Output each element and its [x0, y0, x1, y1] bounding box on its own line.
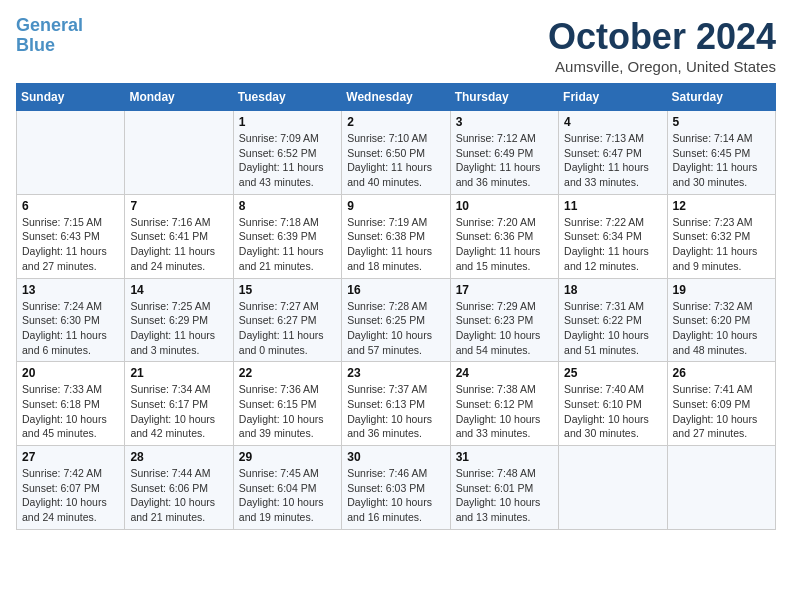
- day-info: Sunrise: 7:44 AMSunset: 6:06 PMDaylight:…: [130, 466, 227, 525]
- day-info: Sunrise: 7:48 AMSunset: 6:01 PMDaylight:…: [456, 466, 553, 525]
- calendar-week-1: 1Sunrise: 7:09 AMSunset: 6:52 PMDaylight…: [17, 111, 776, 195]
- calendar-cell: 23Sunrise: 7:37 AMSunset: 6:13 PMDayligh…: [342, 362, 450, 446]
- day-number: 8: [239, 199, 336, 213]
- page-header: General Blue October 2024 Aumsville, Ore…: [16, 16, 776, 75]
- subtitle: Aumsville, Oregon, United States: [548, 58, 776, 75]
- calendar-header: SundayMondayTuesdayWednesdayThursdayFrid…: [17, 84, 776, 111]
- day-info: Sunrise: 7:18 AMSunset: 6:39 PMDaylight:…: [239, 215, 336, 274]
- calendar-cell: 11Sunrise: 7:22 AMSunset: 6:34 PMDayligh…: [559, 194, 667, 278]
- calendar-table: SundayMondayTuesdayWednesdayThursdayFrid…: [16, 83, 776, 530]
- day-info: Sunrise: 7:45 AMSunset: 6:04 PMDaylight:…: [239, 466, 336, 525]
- calendar-cell: 20Sunrise: 7:33 AMSunset: 6:18 PMDayligh…: [17, 362, 125, 446]
- logo-text: General Blue: [16, 16, 83, 56]
- calendar-cell: 24Sunrise: 7:38 AMSunset: 6:12 PMDayligh…: [450, 362, 558, 446]
- day-number: 21: [130, 366, 227, 380]
- calendar-cell: 26Sunrise: 7:41 AMSunset: 6:09 PMDayligh…: [667, 362, 775, 446]
- calendar-cell: 31Sunrise: 7:48 AMSunset: 6:01 PMDayligh…: [450, 446, 558, 530]
- day-number: 29: [239, 450, 336, 464]
- day-number: 18: [564, 283, 661, 297]
- logo-blue: Blue: [16, 35, 55, 55]
- calendar-cell: 13Sunrise: 7:24 AMSunset: 6:30 PMDayligh…: [17, 278, 125, 362]
- day-info: Sunrise: 7:23 AMSunset: 6:32 PMDaylight:…: [673, 215, 770, 274]
- weekday-header-tuesday: Tuesday: [233, 84, 341, 111]
- day-number: 30: [347, 450, 444, 464]
- weekday-row: SundayMondayTuesdayWednesdayThursdayFrid…: [17, 84, 776, 111]
- day-number: 23: [347, 366, 444, 380]
- main-title: October 2024: [548, 16, 776, 58]
- calendar-cell: 1Sunrise: 7:09 AMSunset: 6:52 PMDaylight…: [233, 111, 341, 195]
- day-number: 13: [22, 283, 119, 297]
- day-number: 3: [456, 115, 553, 129]
- day-number: 7: [130, 199, 227, 213]
- calendar-cell: 18Sunrise: 7:31 AMSunset: 6:22 PMDayligh…: [559, 278, 667, 362]
- day-info: Sunrise: 7:15 AMSunset: 6:43 PMDaylight:…: [22, 215, 119, 274]
- weekday-header-wednesday: Wednesday: [342, 84, 450, 111]
- day-number: 22: [239, 366, 336, 380]
- day-info: Sunrise: 7:13 AMSunset: 6:47 PMDaylight:…: [564, 131, 661, 190]
- weekday-header-friday: Friday: [559, 84, 667, 111]
- day-info: Sunrise: 7:40 AMSunset: 6:10 PMDaylight:…: [564, 382, 661, 441]
- calendar-cell: 21Sunrise: 7:34 AMSunset: 6:17 PMDayligh…: [125, 362, 233, 446]
- day-info: Sunrise: 7:31 AMSunset: 6:22 PMDaylight:…: [564, 299, 661, 358]
- day-number: 16: [347, 283, 444, 297]
- day-number: 17: [456, 283, 553, 297]
- day-number: 19: [673, 283, 770, 297]
- title-block: October 2024 Aumsville, Oregon, United S…: [548, 16, 776, 75]
- day-number: 1: [239, 115, 336, 129]
- calendar-cell: 5Sunrise: 7:14 AMSunset: 6:45 PMDaylight…: [667, 111, 775, 195]
- day-info: Sunrise: 7:41 AMSunset: 6:09 PMDaylight:…: [673, 382, 770, 441]
- calendar-cell: 8Sunrise: 7:18 AMSunset: 6:39 PMDaylight…: [233, 194, 341, 278]
- calendar-cell: 12Sunrise: 7:23 AMSunset: 6:32 PMDayligh…: [667, 194, 775, 278]
- calendar-cell: [125, 111, 233, 195]
- day-info: Sunrise: 7:36 AMSunset: 6:15 PMDaylight:…: [239, 382, 336, 441]
- day-info: Sunrise: 7:22 AMSunset: 6:34 PMDaylight:…: [564, 215, 661, 274]
- day-info: Sunrise: 7:28 AMSunset: 6:25 PMDaylight:…: [347, 299, 444, 358]
- day-number: 4: [564, 115, 661, 129]
- day-number: 10: [456, 199, 553, 213]
- calendar-cell: 14Sunrise: 7:25 AMSunset: 6:29 PMDayligh…: [125, 278, 233, 362]
- calendar-cell: 28Sunrise: 7:44 AMSunset: 6:06 PMDayligh…: [125, 446, 233, 530]
- calendar-cell: 29Sunrise: 7:45 AMSunset: 6:04 PMDayligh…: [233, 446, 341, 530]
- day-info: Sunrise: 7:46 AMSunset: 6:03 PMDaylight:…: [347, 466, 444, 525]
- day-info: Sunrise: 7:37 AMSunset: 6:13 PMDaylight:…: [347, 382, 444, 441]
- calendar-week-2: 6Sunrise: 7:15 AMSunset: 6:43 PMDaylight…: [17, 194, 776, 278]
- day-number: 27: [22, 450, 119, 464]
- day-info: Sunrise: 7:24 AMSunset: 6:30 PMDaylight:…: [22, 299, 119, 358]
- day-info: Sunrise: 7:12 AMSunset: 6:49 PMDaylight:…: [456, 131, 553, 190]
- day-number: 12: [673, 199, 770, 213]
- weekday-header-thursday: Thursday: [450, 84, 558, 111]
- day-info: Sunrise: 7:34 AMSunset: 6:17 PMDaylight:…: [130, 382, 227, 441]
- day-number: 28: [130, 450, 227, 464]
- day-number: 2: [347, 115, 444, 129]
- day-info: Sunrise: 7:20 AMSunset: 6:36 PMDaylight:…: [456, 215, 553, 274]
- calendar-week-4: 20Sunrise: 7:33 AMSunset: 6:18 PMDayligh…: [17, 362, 776, 446]
- calendar-cell: 10Sunrise: 7:20 AMSunset: 6:36 PMDayligh…: [450, 194, 558, 278]
- calendar-body: 1Sunrise: 7:09 AMSunset: 6:52 PMDaylight…: [17, 111, 776, 530]
- calendar-cell: 15Sunrise: 7:27 AMSunset: 6:27 PMDayligh…: [233, 278, 341, 362]
- calendar-cell: 30Sunrise: 7:46 AMSunset: 6:03 PMDayligh…: [342, 446, 450, 530]
- day-info: Sunrise: 7:14 AMSunset: 6:45 PMDaylight:…: [673, 131, 770, 190]
- day-info: Sunrise: 7:16 AMSunset: 6:41 PMDaylight:…: [130, 215, 227, 274]
- calendar-cell: 16Sunrise: 7:28 AMSunset: 6:25 PMDayligh…: [342, 278, 450, 362]
- calendar-cell: 4Sunrise: 7:13 AMSunset: 6:47 PMDaylight…: [559, 111, 667, 195]
- calendar-cell: 19Sunrise: 7:32 AMSunset: 6:20 PMDayligh…: [667, 278, 775, 362]
- calendar-cell: 7Sunrise: 7:16 AMSunset: 6:41 PMDaylight…: [125, 194, 233, 278]
- day-info: Sunrise: 7:27 AMSunset: 6:27 PMDaylight:…: [239, 299, 336, 358]
- calendar-cell: [667, 446, 775, 530]
- day-info: Sunrise: 7:32 AMSunset: 6:20 PMDaylight:…: [673, 299, 770, 358]
- logo: General Blue: [16, 16, 83, 56]
- weekday-header-monday: Monday: [125, 84, 233, 111]
- day-info: Sunrise: 7:10 AMSunset: 6:50 PMDaylight:…: [347, 131, 444, 190]
- calendar-week-3: 13Sunrise: 7:24 AMSunset: 6:30 PMDayligh…: [17, 278, 776, 362]
- calendar-week-5: 27Sunrise: 7:42 AMSunset: 6:07 PMDayligh…: [17, 446, 776, 530]
- day-number: 25: [564, 366, 661, 380]
- day-number: 9: [347, 199, 444, 213]
- day-number: 31: [456, 450, 553, 464]
- day-info: Sunrise: 7:38 AMSunset: 6:12 PMDaylight:…: [456, 382, 553, 441]
- calendar-cell: 2Sunrise: 7:10 AMSunset: 6:50 PMDaylight…: [342, 111, 450, 195]
- calendar-cell: [559, 446, 667, 530]
- calendar-cell: 25Sunrise: 7:40 AMSunset: 6:10 PMDayligh…: [559, 362, 667, 446]
- day-number: 5: [673, 115, 770, 129]
- calendar-cell: [17, 111, 125, 195]
- day-number: 26: [673, 366, 770, 380]
